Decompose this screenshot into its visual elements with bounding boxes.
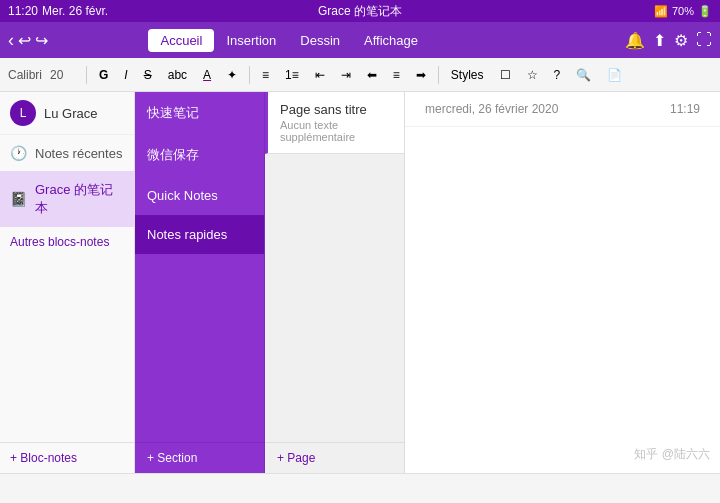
status-left: 11:20 Mer. 26 févr. xyxy=(8,4,108,18)
sidebar-item-notebook[interactable]: 📓 Grace 的笔记本 xyxy=(0,171,134,227)
content-body[interactable] xyxy=(405,127,720,473)
page-item-0[interactable]: Page sans titre Aucun texte supplémentai… xyxy=(265,92,404,154)
tab-insertion[interactable]: Insertion xyxy=(214,29,288,52)
section-item-1[interactable]: 微信保存 xyxy=(135,134,264,176)
styles-btn[interactable]: Styles xyxy=(447,66,488,84)
add-section-label: + Section xyxy=(147,451,197,465)
back-icon[interactable]: ‹ xyxy=(8,30,14,51)
battery-icon: 🔋 xyxy=(698,5,712,18)
align-center-btn[interactable]: ≡ xyxy=(389,66,404,84)
tab-accueil[interactable]: Accueil xyxy=(148,29,214,52)
settings-icon[interactable]: ⚙ xyxy=(674,31,688,50)
user-name: Lu Grace xyxy=(44,106,97,121)
wifi-icon: 📶 xyxy=(654,5,668,18)
indent-less-btn[interactable]: ⇤ xyxy=(311,66,329,84)
time: 11:20 xyxy=(8,4,38,18)
tab-affichage[interactable]: Affichage xyxy=(352,29,430,52)
user-item[interactable]: L Lu Grace xyxy=(0,92,134,135)
sidebar-item-recent[interactable]: 🕐 Notes récentes xyxy=(0,135,134,171)
undo-icon[interactable]: ↩ xyxy=(18,31,31,50)
page-format-btn[interactable]: 📄 xyxy=(603,66,626,84)
star-btn[interactable]: ☆ xyxy=(523,66,542,84)
sep-3 xyxy=(438,66,439,84)
add-section-btn[interactable]: + Section xyxy=(135,442,264,473)
tab-dessin[interactable]: Dessin xyxy=(288,29,352,52)
format-bar: Calibri 20 G I S abc A ✦ ≡ 1≡ ⇤ ⇥ ⬅ ≡ ➡ … xyxy=(0,58,720,92)
section-list: 快速笔记 微信保存 Quick Notes Notes rapides + Se… xyxy=(135,92,265,473)
add-page-label: + Page xyxy=(277,451,315,465)
toolbar-icons: 🔔 ⬆ ⚙ ⛶ xyxy=(625,31,712,50)
font-size: 20 xyxy=(50,68,78,82)
toolbar-tabs: Accueil Insertion Dessin Affichage xyxy=(148,29,430,52)
page-list: Page sans titre Aucun texte supplémentai… xyxy=(265,92,405,473)
page-title: Page sans titre xyxy=(280,102,392,117)
content-date: mercredi, 26 février 2020 xyxy=(425,102,558,116)
status-bar: 11:20 Mer. 26 févr. Grace 的笔记本 📶 70% 🔋 xyxy=(0,0,720,22)
sep-2 xyxy=(249,66,250,84)
sep-1 xyxy=(86,66,87,84)
bullets-btn[interactable]: ≡ xyxy=(258,66,273,84)
status-right: 📶 70% 🔋 xyxy=(654,5,712,18)
clock-icon: 🕐 xyxy=(10,145,27,161)
notebook-icon: 📓 xyxy=(10,191,27,207)
add-notebook-btn[interactable]: + Bloc-notes xyxy=(0,442,134,473)
align-right-btn[interactable]: ➡ xyxy=(412,66,430,84)
redo-icon[interactable]: ↪ xyxy=(35,31,48,50)
watermark: 知乎 @陆六六 xyxy=(634,446,710,463)
sidebar-item-label-recent: Notes récentes xyxy=(35,146,122,161)
abc-btn[interactable]: abc xyxy=(164,66,191,84)
help-btn[interactable]: ? xyxy=(550,66,565,84)
fullscreen-icon[interactable]: ⛶ xyxy=(696,31,712,49)
status-center-text: Grace 的笔记本 xyxy=(318,3,402,20)
battery-percent: 70% xyxy=(672,5,694,17)
content-area: mercredi, 26 février 2020 11:19 xyxy=(405,92,720,473)
page-subtitle: Aucun texte supplémentaire xyxy=(280,119,392,143)
checkbox-btn[interactable]: ☐ xyxy=(496,66,515,84)
section-item-0[interactable]: 快速笔记 xyxy=(135,92,264,134)
sidebar-left: L Lu Grace 🕐 Notes récentes 📓 Grace 的笔记本… xyxy=(0,92,135,473)
sidebar-item-label-notebook: Grace 的笔记本 xyxy=(35,181,124,217)
bottom-bar xyxy=(0,473,720,503)
avatar: L xyxy=(10,100,36,126)
strikethrough-btn[interactable]: S xyxy=(140,66,156,84)
section-item-3[interactable]: Notes rapides xyxy=(135,215,264,254)
underline-btn[interactable]: A xyxy=(199,66,215,84)
content-time: 11:19 xyxy=(670,102,700,116)
toolbar-nav: ‹ ↩ ↪ xyxy=(8,30,48,51)
content-meta: mercredi, 26 février 2020 11:19 xyxy=(405,92,720,127)
add-notebook-label: + Bloc-notes xyxy=(10,451,77,465)
bold-btn[interactable]: G xyxy=(95,66,112,84)
main-area: L Lu Grace 🕐 Notes récentes 📓 Grace 的笔记本… xyxy=(0,92,720,473)
font-name: Calibri xyxy=(8,68,42,82)
indent-more-btn[interactable]: ⇥ xyxy=(337,66,355,84)
italic-btn[interactable]: I xyxy=(120,66,131,84)
date: Mer. 26 févr. xyxy=(42,4,108,18)
section-item-2[interactable]: Quick Notes xyxy=(135,176,264,215)
search-format-btn[interactable]: 🔍 xyxy=(572,66,595,84)
highlight-btn[interactable]: ✦ xyxy=(223,66,241,84)
toolbar: ‹ ↩ ↪ Accueil Insertion Dessin Affichage… xyxy=(0,22,720,58)
other-notebooks-link[interactable]: Autres blocs-notes xyxy=(0,227,134,257)
ordered-list-btn[interactable]: 1≡ xyxy=(281,66,303,84)
share-icon[interactable]: ⬆ xyxy=(653,31,666,50)
align-left-btn[interactable]: ⬅ xyxy=(363,66,381,84)
notification-icon[interactable]: 🔔 xyxy=(625,31,645,50)
add-page-btn[interactable]: + Page xyxy=(265,442,404,473)
